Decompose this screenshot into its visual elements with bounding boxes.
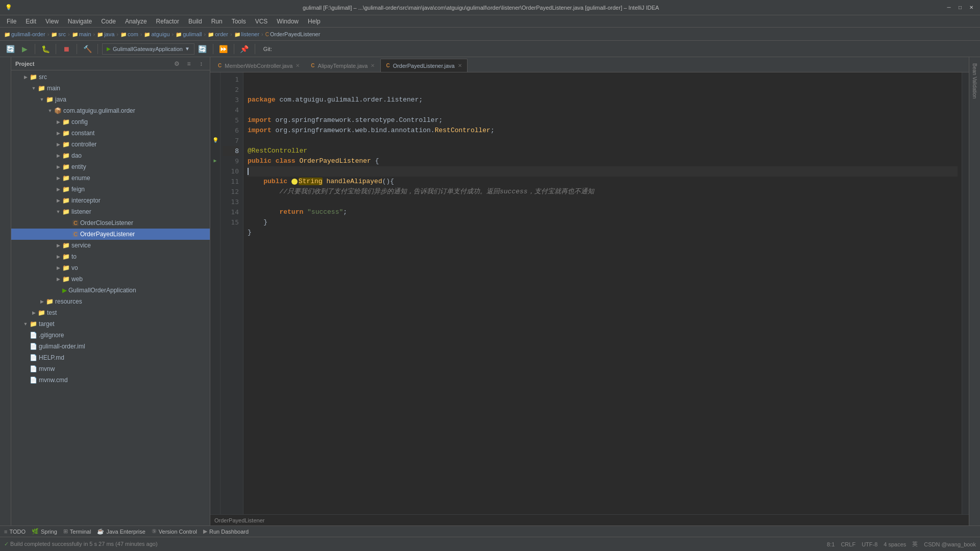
status-item-8-1[interactable]: 8:1 xyxy=(827,541,835,547)
bottom-tab-version-control[interactable]: ⑨Version Control xyxy=(152,528,197,535)
nav-item-com[interactable]: 📁com xyxy=(120,31,138,37)
tree-item-constant[interactable]: ▶📁constant xyxy=(11,128,210,139)
nav-item-order[interactable]: 📁order xyxy=(208,31,228,37)
menu-item-window[interactable]: Window xyxy=(273,17,303,26)
run-button[interactable]: ▶ xyxy=(18,43,31,55)
tree-item-java[interactable]: ▼📁java xyxy=(11,94,210,105)
maximize-button[interactable]: □ xyxy=(957,4,964,11)
editor-area: CMemberWebController.java✕CAlipayTemplat… xyxy=(210,57,969,525)
tree-item-com-atguigu-gulimall-order[interactable]: ▼📦com.atguigu.gulimall.order xyxy=(11,105,210,116)
tree-item-web[interactable]: ▶📁web xyxy=(11,273,210,285)
refresh-button[interactable]: 🔄 xyxy=(4,43,16,55)
breadcrumb-class-label: OrderPayedListener xyxy=(214,517,264,523)
tab-close-button[interactable]: ✕ xyxy=(458,63,462,68)
tree-item-config[interactable]: ▶📁config xyxy=(11,116,210,128)
nav-item-atguigu[interactable]: 📁atguigu xyxy=(144,31,169,37)
tab-close-button[interactable]: ✕ xyxy=(296,63,300,68)
bottom-tab-spring[interactable]: 🌿Spring xyxy=(32,528,57,535)
tree-item-service[interactable]: ▶📁service xyxy=(11,240,210,251)
menu-item-navigate[interactable]: Navigate xyxy=(64,17,96,26)
tree-item-to[interactable]: ▶📁to xyxy=(11,251,210,262)
menu-item-view[interactable]: View xyxy=(41,17,63,26)
tree-item-dao[interactable]: ▶📁dao xyxy=(11,150,210,161)
status-item-crlf[interactable]: CRLF xyxy=(841,541,855,547)
project-title: Project xyxy=(15,61,34,67)
menu-item-run[interactable]: Run xyxy=(207,17,227,26)
menu-item-help[interactable]: Help xyxy=(304,17,325,26)
tree-toggle-icon: ▶ xyxy=(54,265,62,270)
menu-item-file[interactable]: File xyxy=(3,17,20,26)
tree-item-feign[interactable]: ▶📁feign xyxy=(11,184,210,195)
forward-button[interactable]: ⏩ xyxy=(217,43,230,55)
tree-item-orderpayedlistener[interactable]: COrderPayedListener xyxy=(11,229,210,240)
menu-item-vcs[interactable]: VCS xyxy=(251,17,272,26)
tree-item-resources[interactable]: ▶📁resources xyxy=(11,296,210,307)
stop-button[interactable]: ⏹ xyxy=(60,43,72,55)
status-item--[interactable]: 英 xyxy=(912,540,918,548)
menu-item-build[interactable]: Build xyxy=(184,17,206,26)
tree-item-ordercloselistener[interactable]: COrderCloseListener xyxy=(11,217,210,229)
nav-item-src[interactable]: 📁src xyxy=(51,31,66,37)
menu-item-analyze[interactable]: Analyze xyxy=(121,17,151,26)
token: class xyxy=(276,157,296,165)
code-editor[interactable]: 💡▶ 123456789101112131415 package com.atg… xyxy=(210,72,969,514)
status-item-4-spaces[interactable]: 4 spaces xyxy=(884,541,906,547)
nav-item-main[interactable]: 📁main xyxy=(72,31,91,37)
tree-item-gulimallorderapplication[interactable]: ▶GulimallOrderApplication xyxy=(11,285,210,296)
bottom-tab-terminal[interactable]: ⊞Terminal xyxy=(63,528,91,535)
tree-item-label: OrderPayedListener xyxy=(80,231,135,238)
build-button[interactable]: 🔨 xyxy=(81,43,93,55)
nav-item-orderpayedlistener[interactable]: COrderPayedListener xyxy=(265,31,321,37)
run-config-selector[interactable]: ▶GulimallGatewayApplication▼ xyxy=(102,43,194,55)
tab-close-button[interactable]: ✕ xyxy=(371,63,375,68)
bottom-tab-icon: ☕ xyxy=(97,528,104,535)
tree-item-listener[interactable]: ▼📁listener xyxy=(11,206,210,217)
tree-item-interceptor[interactable]: ▶📁interceptor xyxy=(11,195,210,206)
tree-item-mvnw-cmd[interactable]: 📄mvnw.cmd xyxy=(11,374,210,386)
menu-item-edit[interactable]: Edit xyxy=(21,17,40,26)
tree-item-label: src xyxy=(39,73,47,81)
bookmark-button[interactable]: 📌 xyxy=(238,43,251,55)
nav-item-gulimall[interactable]: 📁gulimall xyxy=(176,31,202,37)
token xyxy=(303,208,307,216)
tree-item-main[interactable]: ▼📁main xyxy=(11,83,210,94)
bottom-tab-run-dashboard[interactable]: ▶Run Dashboard xyxy=(203,528,249,535)
status-item-utf-8[interactable]: UTF-8 xyxy=(862,541,877,547)
tree-toggle-icon: ▼ xyxy=(46,108,54,113)
editor-tab-alipaytemplate-java[interactable]: CAlipayTemplate.java✕ xyxy=(305,59,380,72)
tree-item--gitignore[interactable]: 📄.gitignore xyxy=(11,330,210,341)
tree-item-vo[interactable]: ▶📁vo xyxy=(11,262,210,273)
tree-item-target[interactable]: ▼📁target xyxy=(11,318,210,330)
minimize-button[interactable]: ─ xyxy=(945,4,952,11)
menu-item-refactor[interactable]: Refactor xyxy=(152,17,183,26)
tree-item-enume[interactable]: ▶📁enume xyxy=(11,172,210,184)
debug-button[interactable]: 🐛 xyxy=(39,43,52,55)
tree-item-src[interactable]: ▶📁src xyxy=(11,71,210,83)
tree-item-test[interactable]: ▶📁test xyxy=(11,307,210,318)
nav-item-listener[interactable]: 📁listener xyxy=(234,31,259,37)
run-gutter-icon[interactable]: ▶ xyxy=(211,156,219,166)
sync-button[interactable]: 🔄 xyxy=(197,43,209,55)
tree-item-gulimall-order-iml[interactable]: 📄gulimall-order.iml xyxy=(11,341,210,352)
code-content[interactable]: package com.atguigu.gulimall.order.liste… xyxy=(243,72,962,514)
status-item-csdn--wang-book[interactable]: CSDN @wang_book xyxy=(924,541,976,547)
tree-item-mvnw[interactable]: 📄mvnw xyxy=(11,363,210,374)
editor-tab-memberwebcontroller-java[interactable]: CMemberWebController.java✕ xyxy=(212,59,305,72)
right-panel-bean-validation[interactable]: Bean Validation xyxy=(971,59,978,103)
bottom-tab-todo[interactable]: ≡TODO xyxy=(4,529,26,535)
menu-item-code[interactable]: Code xyxy=(97,17,120,26)
project-collapse-button[interactable]: ≡ xyxy=(184,59,193,68)
tree-item-entity[interactable]: ▶📁entity xyxy=(11,161,210,172)
nav-item-gulimall-order[interactable]: 📁gulimall-order xyxy=(4,31,45,37)
project-settings-button[interactable]: ⚙ xyxy=(172,59,181,68)
close-button[interactable]: ✕ xyxy=(968,4,975,11)
margin-item-8 xyxy=(210,146,220,156)
tree-item-controller[interactable]: ▶📁controller xyxy=(11,139,210,150)
menu-item-tools[interactable]: Tools xyxy=(228,17,250,26)
project-expand-button[interactable]: ↕ xyxy=(197,59,206,68)
project-header: Project ⚙ ≡ ↕ xyxy=(11,57,210,70)
tree-item-help-md[interactable]: 📄HELP.md xyxy=(11,352,210,363)
editor-tab-orderpayedlistener-java[interactable]: COrderPayedListener.java✕ xyxy=(380,59,467,72)
nav-item-java[interactable]: 📁java xyxy=(97,31,114,37)
bottom-tab-java-enterprise[interactable]: ☕Java Enterprise xyxy=(97,528,145,535)
